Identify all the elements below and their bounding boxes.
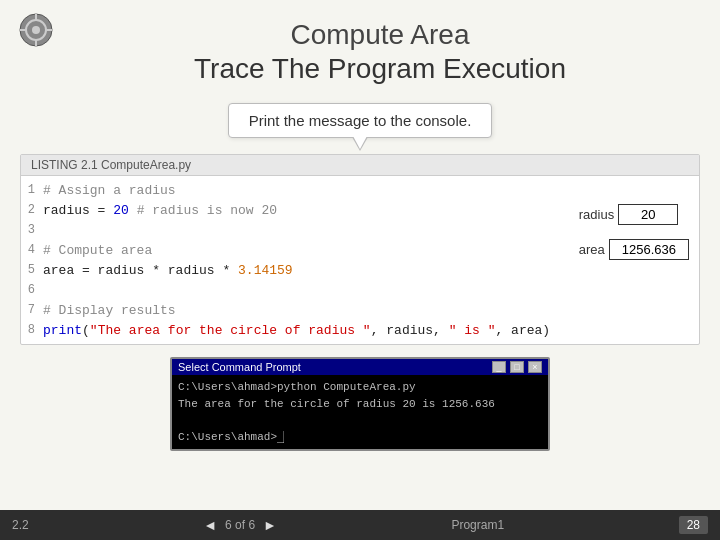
console-line-4: C:\Users\ahmad>█ [178,429,542,446]
code-area: LISTING 2.1 ComputeArea.py 1 # Assign a … [20,154,700,345]
nav-controls: ◄ 6 of 6 ► [203,517,277,533]
line-num-7: 7 [21,303,43,317]
console-maximize-button[interactable]: □ [510,361,524,373]
code-line-5: 5 area = radius * radius * 3.14159 [21,260,699,280]
listing-header: LISTING 2.1 ComputeArea.py [21,155,699,176]
version-label: 2.2 [12,518,29,532]
console-controls: _ □ × [492,361,542,373]
code-text-2: radius = 20 # radius is now 20 [43,203,277,218]
page-title-sub: Trace The Program Execution [60,52,700,86]
code-line-1: 1 # Assign a radius [21,180,699,200]
console-body: C:\Users\ahmad>python ComputeArea.py The… [172,375,548,449]
code-text-3 [43,223,51,238]
code-text-7: # Display results [43,303,176,318]
console-close-button[interactable]: × [528,361,542,373]
var-value-area: 1256.636 [609,239,689,260]
var-label-area: area [579,242,605,257]
console-title: Select Command Prompt [178,361,301,373]
var-label-radius: radius [579,207,614,222]
code-text-4: # Compute area [43,243,152,258]
console-window: Select Command Prompt _ □ × C:\Users\ahm… [170,357,550,451]
variable-boxes: radius 20 area 1256.636 [579,204,689,260]
logo-icon [18,12,54,48]
nav-next-button[interactable]: ► [263,517,277,533]
code-text-8: print("The area for the circle of radius… [43,323,550,338]
console-line-2: The area for the circle of radius 20 is … [178,396,542,413]
var-row-area: area 1256.636 [579,239,689,260]
nav-prev-button[interactable]: ◄ [203,517,217,533]
line-num-8: 8 [21,323,43,337]
line-num-2: 2 [21,203,43,217]
header: Compute Area Trace The Program Execution [0,0,720,93]
console-line-3 [178,412,542,429]
line-num-4: 4 [21,243,43,257]
line-num-3: 3 [21,223,43,237]
line-num-1: 1 [21,183,43,197]
callout-container: Print the message to the console. [0,103,720,138]
var-row-radius: radius 20 [579,204,689,225]
code-content: 1 # Assign a radius 2 radius = 20 # radi… [21,176,699,344]
svg-point-2 [32,26,40,34]
page-title-main: Compute Area [60,18,700,52]
code-line-8: 8 print("The area for the circle of radi… [21,320,699,340]
slide-info: 6 of 6 [225,518,255,532]
callout-box: Print the message to the console. [228,103,493,138]
var-value-radius: 20 [618,204,678,225]
slide-number: 28 [679,516,708,534]
code-line-6: 6 [21,280,699,300]
callout-text: Print the message to the console. [249,112,472,129]
line-num-6: 6 [21,283,43,297]
slide: Compute Area Trace The Program Execution… [0,0,720,540]
console-titlebar: Select Command Prompt _ □ × [172,359,548,375]
program-label: Program1 [451,518,504,532]
code-line-7: 7 # Display results [21,300,699,320]
code-text-5: area = radius * radius * 3.14159 [43,263,293,278]
console-line-1: C:\Users\ahmad>python ComputeArea.py [178,379,542,396]
code-text-1: # Assign a radius [43,183,176,198]
bottom-bar: 2.2 ◄ 6 of 6 ► Program1 28 [0,510,720,540]
console-minimize-button[interactable]: _ [492,361,506,373]
code-text-6 [43,283,51,298]
line-num-5: 5 [21,263,43,277]
